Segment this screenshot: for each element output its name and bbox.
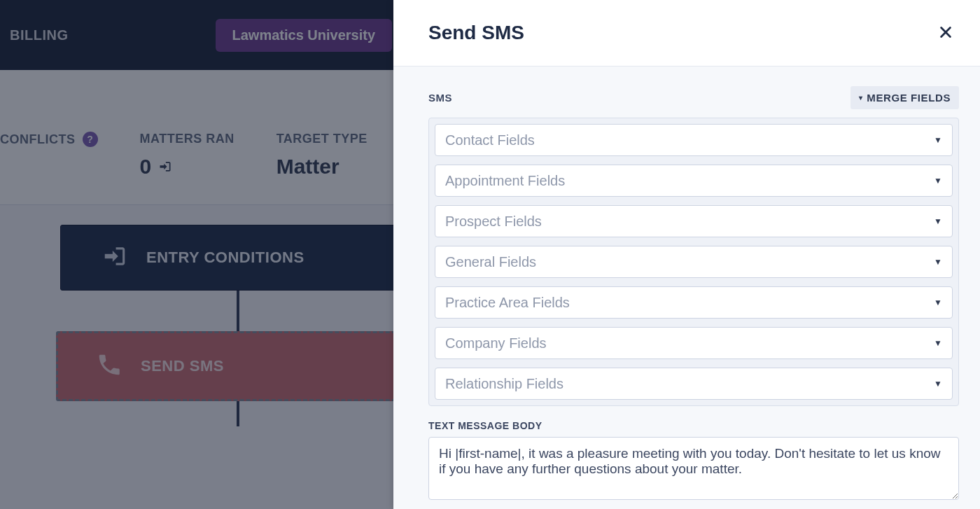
dropdown-label: Appointment Fields bbox=[445, 173, 565, 189]
caret-down-icon: ▼ bbox=[934, 379, 942, 389]
dropdown-label: Practice Area Fields bbox=[445, 295, 570, 311]
merge-fields-box: Contact Fields ▼ Appointment Fields ▼ Pr… bbox=[428, 118, 959, 406]
panel-title: Send SMS bbox=[428, 22, 524, 44]
dropdown-label: Company Fields bbox=[445, 335, 547, 351]
caret-down-icon: ▼ bbox=[934, 176, 942, 186]
close-button[interactable] bbox=[938, 25, 953, 42]
caret-down-icon: ▼ bbox=[934, 135, 942, 145]
panel-body: SMS ▾ MERGE FIELDS Contact Fields ▼ Appo… bbox=[393, 67, 980, 509]
dropdown-practice-area-fields[interactable]: Practice Area Fields ▼ bbox=[435, 286, 953, 319]
dropdown-appointment-fields[interactable]: Appointment Fields ▼ bbox=[435, 165, 953, 197]
sms-section-label: SMS bbox=[428, 92, 452, 104]
text-message-body-input[interactable] bbox=[428, 437, 959, 500]
dropdown-label: Prospect Fields bbox=[445, 214, 542, 230]
caret-down-icon: ▾ bbox=[859, 94, 863, 102]
dropdown-prospect-fields[interactable]: Prospect Fields ▼ bbox=[435, 205, 953, 237]
caret-down-icon: ▼ bbox=[934, 298, 942, 307]
send-sms-panel: Send SMS SMS ▾ MERGE FIELDS Contact Fiel… bbox=[393, 0, 980, 509]
text-message-body-label: TEXT MESSAGE BODY bbox=[428, 420, 959, 431]
dropdown-company-fields[interactable]: Company Fields ▼ bbox=[435, 327, 953, 359]
dropdown-contact-fields[interactable]: Contact Fields ▼ bbox=[435, 124, 953, 156]
panel-header: Send SMS bbox=[393, 0, 980, 67]
dropdown-label: General Fields bbox=[445, 254, 536, 270]
merge-fields-label: MERGE FIELDS bbox=[867, 92, 951, 104]
dropdown-relationship-fields[interactable]: Relationship Fields ▼ bbox=[435, 368, 953, 400]
merge-fields-button[interactable]: ▾ MERGE FIELDS bbox=[850, 86, 959, 109]
dropdown-general-fields[interactable]: General Fields ▼ bbox=[435, 246, 953, 278]
dropdown-label: Relationship Fields bbox=[445, 376, 564, 392]
caret-down-icon: ▼ bbox=[934, 216, 942, 226]
close-icon bbox=[938, 25, 953, 40]
dropdown-label: Contact Fields bbox=[445, 132, 535, 148]
caret-down-icon: ▼ bbox=[934, 338, 942, 348]
caret-down-icon: ▼ bbox=[934, 257, 942, 267]
